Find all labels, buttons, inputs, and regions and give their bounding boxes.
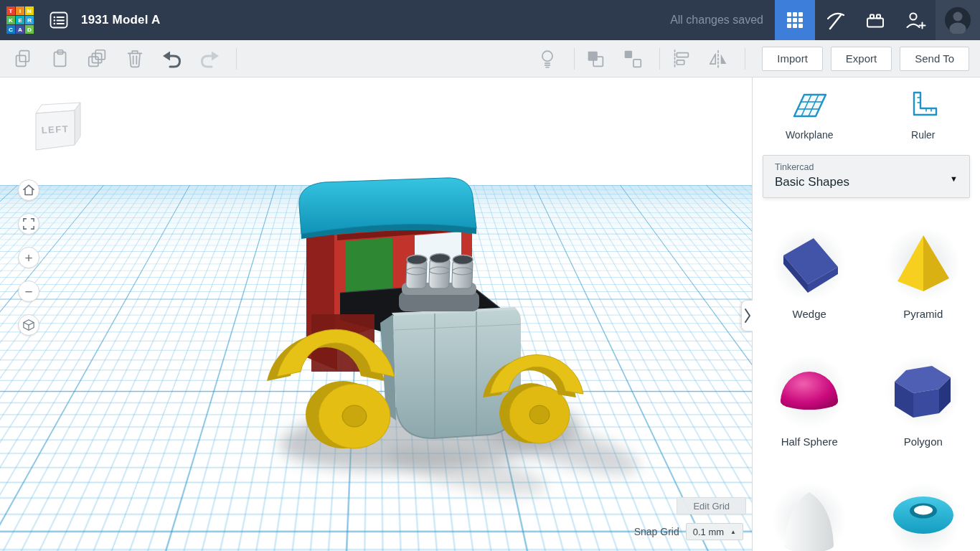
half-sphere-shape-icon: [772, 354, 847, 429]
minecraft-pickaxe-icon: [824, 9, 847, 32]
header-bar: T I N K E R C A D 1931 Model A All chang…: [0, 0, 980, 40]
model-1931-model-a[interactable]: [267, 178, 644, 505]
shape-item-paraboloid[interactable]: [758, 482, 861, 551]
shape-label: Polygon: [904, 435, 943, 448]
chevron-right-icon: [744, 308, 751, 324]
category-group-label: Tinkercad: [775, 162, 958, 172]
mirror-button[interactable]: [706, 47, 730, 71]
snap-grid-dropdown[interactable]: 0.1 mm ▲: [686, 523, 743, 540]
workplane-tool[interactable]: Workplane: [753, 89, 867, 141]
redo-button[interactable]: [197, 47, 222, 71]
car-wheel-left[interactable]: [306, 381, 390, 448]
snap-grid-controls: Snap Grid 0.1 mm ▲: [634, 523, 743, 540]
ungroup-icon: [621, 47, 644, 71]
wedge-shape-icon: [772, 227, 847, 301]
logo-letter: D: [25, 25, 34, 34]
panel-collapse-button[interactable]: [741, 300, 753, 331]
car-window-left[interactable]: [346, 237, 392, 298]
viewport-3d[interactable]: LEFT + −: [0, 77, 752, 551]
import-button[interactable]: Import: [762, 47, 823, 71]
view-controls: + −: [18, 179, 39, 348]
copy-icon: [11, 47, 34, 71]
design-properties-icon: [48, 9, 70, 31]
shape-gallery: Wedge Pyramid: [753, 227, 980, 551]
tinkercad-app: T I N K E R C A D 1931 Model A All chang…: [0, 0, 980, 551]
paste-button[interactable]: [48, 47, 72, 71]
torus-shape-icon: [886, 482, 961, 551]
design-title[interactable]: 1931 Model A: [81, 13, 160, 27]
toolbar: Import Export Send To: [0, 40, 980, 77]
shape-label: Pyramid: [903, 308, 943, 320]
mirror-icon: [707, 47, 730, 71]
show-all-button[interactable]: [535, 47, 560, 71]
view-cube[interactable]: LEFT: [24, 95, 90, 162]
group-icon: [584, 47, 607, 71]
zoom-in-button[interactable]: +: [18, 247, 39, 268]
send-to-button[interactable]: Send To: [900, 47, 969, 71]
account-menu[interactable]: [936, 0, 980, 40]
brick-icon: [864, 9, 886, 31]
shape-label: Half Sphere: [781, 435, 838, 448]
zoom-out-glyph: −: [24, 285, 32, 298]
home-icon: [22, 183, 36, 197]
logo-letter: K: [6, 16, 15, 24]
zoom-in-glyph: +: [24, 251, 32, 265]
align-icon: [669, 47, 692, 71]
shape-item-wedge[interactable]: Wedge: [758, 227, 861, 320]
undo-button[interactable]: [160, 47, 184, 71]
shape-item-half-sphere[interactable]: Half Sphere: [758, 354, 861, 448]
zoom-out-button[interactable]: −: [18, 281, 39, 302]
logo-letter: I: [16, 6, 24, 15]
view-cube-face-label: LEFT: [41, 123, 69, 136]
tinkercad-logo[interactable]: T I N K E R C A D: [6, 6, 34, 34]
logo-letter: C: [6, 25, 15, 34]
toolbar-divider: [236, 48, 237, 70]
copy-button[interactable]: [11, 47, 35, 71]
export-button[interactable]: Export: [831, 47, 892, 71]
chevron-down-icon: ▼: [950, 174, 958, 183]
dashboard-button[interactable]: [775, 0, 815, 40]
panel-tools-row: Workplane Ruler: [753, 77, 980, 141]
save-status: All changes saved: [670, 14, 763, 27]
shape-label: Wedge: [793, 308, 826, 320]
ruler-tool[interactable]: Ruler: [867, 89, 980, 141]
design-menu-button[interactable]: [48, 9, 70, 31]
workplane-label: Workplane: [786, 129, 834, 141]
pyramid-shape-icon: [886, 227, 961, 301]
car-fender-left[interactable]: [267, 314, 395, 448]
perspective-toggle-button[interactable]: [18, 314, 39, 336]
car-engine[interactable]: [399, 254, 479, 312]
ruler-icon: [907, 89, 940, 122]
model-canvas: [0, 77, 752, 551]
workplane-icon: [790, 89, 829, 122]
home-view-button[interactable]: [18, 179, 39, 201]
polygon-shape-icon: [886, 354, 961, 429]
ruler-label: Ruler: [911, 129, 935, 141]
trash-icon: [123, 47, 146, 71]
add-person-icon: [905, 9, 926, 31]
logo-letter: E: [16, 16, 24, 24]
group-button[interactable]: [583, 47, 608, 71]
edit-grid-button[interactable]: Edit Grid: [677, 497, 746, 514]
shape-category-dropdown[interactable]: Tinkercad Basic Shapes ▼: [763, 155, 970, 198]
category-selected-value: Basic Shapes: [775, 175, 958, 189]
snap-grid-value: 0.1 mm: [693, 527, 724, 537]
brick-export-button[interactable]: [855, 0, 895, 40]
duplicate-button[interactable]: [85, 47, 110, 71]
car-roof[interactable]: [299, 178, 476, 239]
logo-letter: R: [25, 16, 34, 24]
logo-letter: A: [16, 25, 24, 34]
snap-grid-label: Snap Grid: [634, 526, 679, 537]
shape-item-torus[interactable]: [872, 482, 975, 551]
shape-item-pyramid[interactable]: Pyramid: [872, 227, 975, 320]
view-cube-side-face[interactable]: [75, 103, 80, 145]
redo-icon: [197, 47, 222, 71]
duplicate-icon: [86, 47, 109, 71]
shape-item-polygon[interactable]: Polygon: [872, 354, 975, 448]
minecraft-export-button[interactable]: [815, 0, 855, 40]
share-invite-button[interactable]: [895, 0, 936, 40]
fit-view-button[interactable]: [18, 213, 39, 235]
delete-button[interactable]: [123, 47, 147, 71]
ungroup-button[interactable]: [621, 47, 645, 71]
align-button[interactable]: [669, 47, 693, 71]
